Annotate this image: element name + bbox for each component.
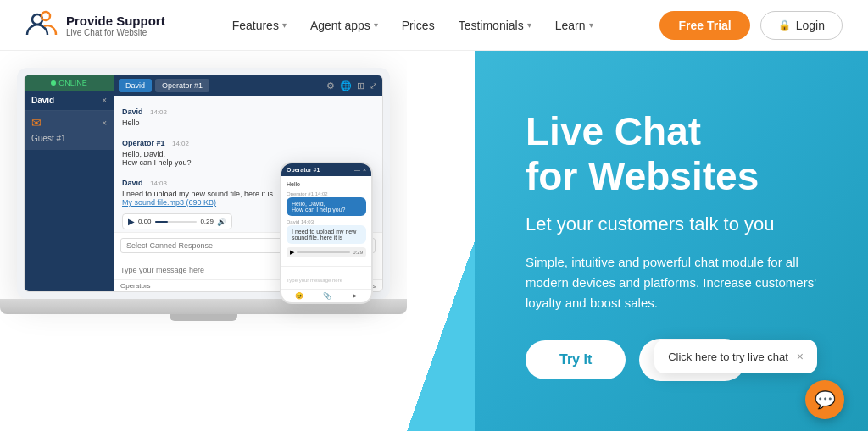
header-actions: Free Trial 🔒 Login xyxy=(659,11,843,40)
phone-body: Hello Operator #1 14:02 Hello, David, Ho… xyxy=(281,176,371,262)
phone-op-bubble: Hello, David, How can I help you? xyxy=(287,197,366,216)
audio-progress-bar[interactable] xyxy=(155,221,198,223)
close-icon[interactable]: × xyxy=(102,96,107,105)
phone-hello: Hello xyxy=(287,181,366,187)
logo-text: Provide Support Live Chat for Website xyxy=(66,14,165,37)
phone-audio-player[interactable]: ▶ 0:29 xyxy=(287,247,366,257)
chat-toolbar: ⚙ 🌐 ⊞ ⤢ xyxy=(326,80,377,91)
emoji-icon[interactable]: 😊 xyxy=(295,292,303,300)
device-mockup-area: ONLINE David × ✉ xyxy=(0,51,475,431)
chevron-down-icon: ▾ xyxy=(374,20,378,30)
logo-title: Provide Support xyxy=(66,14,165,28)
phone-header: Operator #1 — × xyxy=(281,163,371,176)
lock-icon: 🔒 xyxy=(778,19,791,31)
sidebar-visitor-david[interactable]: David × xyxy=(25,91,114,111)
close-icon[interactable]: × xyxy=(363,167,366,173)
chevron-down-icon: ▾ xyxy=(282,20,287,30)
main-content: ONLINE David × ✉ xyxy=(0,51,868,431)
message-david-1: David 14:02 Hello xyxy=(122,102,374,127)
nav-prices[interactable]: Prices xyxy=(402,19,435,32)
nav-learn[interactable]: Learn ▾ xyxy=(555,19,593,32)
chat-tabs: David Operator #1 ⚙ 🌐 ⊞ ⤢ xyxy=(114,75,382,96)
chat-bubble-button[interactable]: 💬 xyxy=(805,380,844,419)
footer-tab-operators[interactable]: Operators xyxy=(120,282,151,290)
logo-icon xyxy=(25,9,58,41)
chevron-down-icon: ▾ xyxy=(589,20,593,30)
mail-icon: ✉ xyxy=(31,116,42,130)
phone-input-area: Type your message here xyxy=(281,266,371,289)
header: Provide Support Live Chat for Website Fe… xyxy=(0,0,868,51)
play-icon[interactable]: ▶ xyxy=(128,217,135,226)
online-dot xyxy=(51,80,56,86)
hero-description: Simple, intuitive and powerful chat modu… xyxy=(526,252,826,313)
attach-icon[interactable]: 📎 xyxy=(323,292,331,300)
chat-icon: 💬 xyxy=(815,390,836,410)
minus-icon[interactable]: — xyxy=(354,167,360,173)
hero-section: Live Chat for Websites Let your customer… xyxy=(475,51,868,431)
laptop-container: ONLINE David × ✉ xyxy=(0,68,424,321)
audio-player[interactable]: ▶ 0.00 0.29 🔊 xyxy=(122,213,232,229)
chat-tooltip: Click here to try live chat × xyxy=(654,340,817,373)
svg-point-1 xyxy=(42,12,50,20)
logo-subtitle: Live Chat for Website xyxy=(66,28,165,37)
phone-david-bubble: I need to upload my new sound file, here… xyxy=(287,225,366,244)
phone-input-placeholder: Type your message here xyxy=(287,278,342,283)
play-icon[interactable]: ▶ xyxy=(290,249,294,256)
volume-icon[interactable]: 🔊 xyxy=(217,218,226,226)
login-button[interactable]: 🔒 Login xyxy=(760,11,843,40)
phone-icons: — × xyxy=(354,167,366,173)
phone-mockup: Operator #1 — × Hello Operator #1 14:02 … xyxy=(280,162,373,304)
hero-title: Live Chat for Websites xyxy=(526,109,826,199)
chat-sidebar: ONLINE David × ✉ xyxy=(25,75,114,291)
main-nav: Features ▾ Agent apps ▾ Prices Testimoni… xyxy=(232,19,593,32)
chevron-down-icon: ▾ xyxy=(527,20,531,30)
close-icon[interactable]: × xyxy=(797,350,804,363)
logo[interactable]: Provide Support Live Chat for Website xyxy=(25,9,165,41)
phone-action-bar: 😊 📎 ➤ xyxy=(281,289,371,302)
sidebar-visitor-guest[interactable]: ✉ × Guest #1 xyxy=(25,111,114,150)
fullscreen-icon[interactable]: ⤢ xyxy=(370,80,377,91)
online-status: ONLINE xyxy=(25,75,114,91)
nav-features[interactable]: Features ▾ xyxy=(232,19,287,32)
audio-progress-fill xyxy=(155,221,168,223)
tab-operator[interactable]: Operator #1 xyxy=(155,79,209,92)
phone-audio-bar xyxy=(297,251,350,253)
nav-testimonials[interactable]: Testimonials ▾ xyxy=(459,19,531,32)
send-icon[interactable]: ➤ xyxy=(352,292,358,300)
laptop-stand xyxy=(170,314,237,321)
nav-agent-apps[interactable]: Agent apps ▾ xyxy=(310,19,378,32)
free-trial-button[interactable]: Free Trial xyxy=(659,11,749,40)
try-it-button[interactable]: Try It xyxy=(526,340,626,379)
close-icon[interactable]: × xyxy=(102,119,107,128)
phone-op-sender: Operator #1 14:02 xyxy=(287,191,366,196)
expand-icon[interactable]: ⊞ xyxy=(357,80,364,91)
hero-subtitle: Let your customers talk to you xyxy=(526,213,826,237)
tab-david[interactable]: David xyxy=(119,79,152,92)
settings-icon[interactable]: ⚙ xyxy=(326,80,335,91)
phone-david-sender: David 14:03 xyxy=(287,219,366,224)
globe-icon[interactable]: 🌐 xyxy=(340,80,352,91)
chat-tooltip-text: Click here to try live chat xyxy=(668,351,788,363)
